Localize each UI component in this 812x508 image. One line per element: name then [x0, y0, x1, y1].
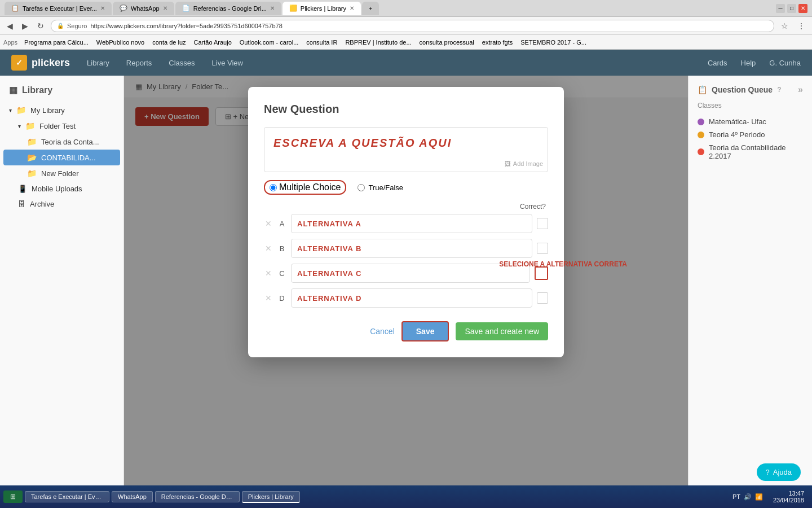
logo-text: plickers — [32, 57, 70, 69]
volume-icon: 🔊 — [744, 493, 752, 501]
bookmark-6[interactable]: consulta IR — [303, 38, 341, 47]
plickers-navbar: ✓ plickers Library Reports Classes Live … — [0, 50, 812, 76]
taskbar-item-4[interactable]: Plickers | Library — [242, 491, 300, 503]
help-queue-icon[interactable]: ? — [777, 86, 781, 94]
answer-input-b[interactable] — [291, 239, 532, 258]
answer-check-d[interactable] — [537, 292, 548, 304]
answer-row-c: ✕ C SELECIONE A ALTERNATIVA CORRETA — [264, 264, 548, 283]
true-false-radio[interactable] — [358, 184, 365, 191]
save-button[interactable]: Save — [401, 321, 449, 341]
multiple-choice-option[interactable]: Multiple Choice — [264, 180, 346, 195]
sidebar-item-contabilida[interactable]: 📂 CONTABILIDA... — [3, 150, 120, 165]
sidebar-item-newfolder[interactable]: 📁 New Folder — [0, 165, 123, 181]
tab-2-close[interactable]: ✕ — [163, 5, 167, 11]
sidebar-item-foldertest[interactable]: ▾ 📁 Folder Test — [0, 118, 123, 134]
answer-row-a: ✕ A — [264, 214, 548, 233]
sidebar-item-teoriadaconta[interactable]: 📁 Teoria da Conta... — [0, 134, 123, 150]
modal-footer: Cancel Save Save and create new — [264, 321, 548, 341]
true-false-option[interactable]: True/False — [358, 183, 403, 192]
bookmark-3[interactable]: conta de luz — [149, 38, 189, 47]
question-text-area[interactable]: ESCREVA A QUESTÃO AQUI 🖼 Add Image — [264, 127, 548, 172]
tab-5-new[interactable]: + — [362, 2, 379, 15]
nav-user[interactable]: G. Cunha — [769, 59, 801, 67]
answer-row-b: ✕ B — [264, 239, 548, 258]
answer-check-b[interactable] — [537, 243, 548, 254]
correct-header: Correct? — [264, 203, 548, 211]
forward-button[interactable]: ▶ — [20, 20, 30, 32]
sidebar-item-mobile[interactable]: 📱 Mobile Uploads — [0, 181, 123, 196]
cancel-button[interactable]: Cancel — [370, 327, 395, 336]
bookmark-4[interactable]: Cartão Araujo — [191, 38, 235, 47]
sidebar: ▦ Library ▾ 📁 My Library ▾ 📁 Folder Test… — [0, 76, 124, 508]
answer-row-d: ✕ D — [264, 288, 548, 308]
tab-2[interactable]: 💬 WhatsApp ✕ — [113, 2, 174, 15]
tab-3[interactable]: 📄 Referencias - Google Dri... ✕ — [175, 2, 281, 15]
nav-liveview[interactable]: Live View — [212, 59, 243, 67]
remove-c-button[interactable]: ✕ — [264, 269, 273, 278]
ajuda-button[interactable]: ? Ajuda — [757, 463, 801, 481]
reload-button[interactable]: ↻ — [35, 20, 46, 32]
tab-1[interactable]: 📋 Tarefas e Executar | Ever... ✕ — [5, 2, 112, 15]
answer-letter-c: C — [277, 269, 286, 278]
bookmark-5[interactable]: Outlook.com - carol... — [236, 38, 302, 47]
sidebar-item-mylibrary[interactable]: ▾ 📁 My Library — [0, 102, 123, 118]
modal-title: New Question — [264, 103, 548, 116]
nav-help[interactable]: Help — [741, 59, 756, 67]
bookmark-1[interactable]: Programa para Cálcu... — [21, 38, 92, 47]
answer-letter-a: A — [277, 220, 286, 228]
bookmark-star-button[interactable]: ☆ — [779, 20, 791, 32]
nav-cards[interactable]: Cards — [708, 59, 727, 67]
windows-icon: ⊞ — [10, 493, 16, 501]
class-item-1[interactable]: Matemática- Ufac — [698, 115, 803, 128]
lock-icon: 🔒 — [57, 23, 64, 29]
answer-input-d[interactable] — [291, 288, 532, 308]
close-button[interactable]: ✕ — [798, 4, 807, 13]
maximize-button[interactable]: □ — [787, 4, 796, 13]
answer-input-a[interactable] — [291, 214, 532, 233]
class-item-3[interactable]: Teoria da Contabilidade 2.2017 — [698, 141, 803, 163]
classes-label: Classes — [698, 102, 803, 110]
class-dot-1 — [698, 119, 704, 125]
bookmark-2[interactable]: WebPublico novo — [93, 38, 148, 47]
menu-button[interactable]: ⋮ — [795, 20, 807, 32]
answer-input-c[interactable] — [291, 264, 530, 283]
sidebar-item-archive[interactable]: 🗄 Archive — [0, 196, 123, 212]
image-icon: 🖼 — [505, 160, 511, 167]
remove-d-button[interactable]: ✕ — [264, 294, 273, 303]
multiple-choice-radio[interactable] — [270, 184, 277, 191]
address-field[interactable]: 🔒 Seguro https://www.plickers.com/librar… — [51, 20, 774, 32]
bookmark-10[interactable]: SETEMBRO 2017 - G... — [517, 38, 590, 47]
taskbar-item-2[interactable]: WhatsApp — [112, 491, 153, 502]
tab-4-close[interactable]: ✕ — [350, 5, 354, 11]
nav-right: Cards Help G. Cunha — [708, 59, 801, 67]
bookmark-7[interactable]: RBPREV | Instituto de... — [342, 38, 414, 47]
minimize-button[interactable]: ─ — [776, 4, 785, 13]
browser-titlebar: 📋 Tarefas e Executar | Ever... ✕ 💬 Whats… — [0, 0, 812, 17]
chevron-down-icon-2: ▾ — [18, 123, 21, 129]
class-item-2[interactable]: Teoria 4º Periodo — [698, 128, 803, 141]
language-indicator: PT — [732, 493, 740, 500]
remove-a-button[interactable]: ✕ — [264, 219, 273, 228]
save-and-create-new-button[interactable]: Save and create new — [456, 322, 548, 340]
bookmark-9[interactable]: extrato fgts — [479, 38, 516, 47]
remove-b-button[interactable]: ✕ — [264, 244, 273, 253]
bookmark-8[interactable]: consulta processual — [416, 38, 478, 47]
tab-4-plickers[interactable]: 🟨 Plickers | Library ✕ — [283, 2, 361, 15]
answer-check-a[interactable] — [537, 218, 548, 229]
nav-classes[interactable]: Classes — [169, 59, 195, 67]
taskbar-item-3[interactable]: Referencias - Google Dri... — [155, 491, 240, 502]
start-button[interactable]: ⊞ — [3, 491, 23, 503]
question-type-row: Multiple Choice True/False — [264, 180, 548, 195]
tab-1-close[interactable]: ✕ — [100, 5, 105, 11]
answer-letter-d: D — [277, 294, 286, 303]
tab-3-close[interactable]: ✕ — [270, 5, 275, 11]
modal-overlay: New Question ESCREVA A QUESTÃO AQUI 🖼 Ad… — [124, 76, 688, 508]
library-grid-icon: ▦ — [9, 85, 17, 95]
add-image-button[interactable]: 🖼 Add Image — [505, 160, 543, 167]
nav-reports[interactable]: Reports — [126, 59, 152, 67]
back-button[interactable]: ◀ — [5, 20, 15, 32]
taskbar-item-1[interactable]: Tarefas e Executar | Ever... — [25, 491, 109, 502]
collapse-panel-button[interactable]: » — [798, 85, 803, 95]
folder-icon-5: 📁 — [27, 169, 37, 178]
nav-library[interactable]: Library — [87, 59, 109, 67]
